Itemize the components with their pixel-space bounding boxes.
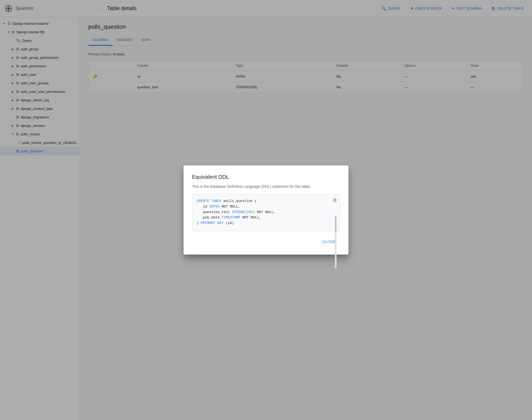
keyword-timestamp: TIMESTAMP	[222, 215, 240, 219]
code-pk-value: (id)	[226, 221, 234, 225]
keyword-int64: INT64	[209, 205, 219, 209]
copy-button[interactable]: ⧉	[332, 196, 338, 204]
code-not-null-2: NOT NULL,	[257, 210, 276, 214]
scroll-track	[335, 215, 336, 269]
copy-icon: ⧉	[333, 197, 336, 203]
modal-dialog: Equivalent DDL This is the Database Defi…	[184, 165, 348, 255]
code-line-4: pub_date TIMESTAMP NOT NULL,	[197, 215, 335, 221]
close-label: CLOSE	[322, 240, 336, 244]
code-line-2: id INT64 NOT NULL,	[197, 204, 335, 210]
code-not-null-3: NOT NULL,	[242, 215, 261, 219]
keyword-string: STRING(	[232, 210, 247, 214]
code-num: 200	[247, 210, 253, 214]
modal-description: This is the Database Definition Language…	[192, 184, 340, 189]
keyword-primary-key: PRIMARY KEY	[201, 221, 224, 225]
code-pub-date: pub_date	[203, 215, 222, 219]
code-close-paren: )	[197, 221, 201, 225]
modal-actions: CLOSE	[192, 238, 340, 246]
keyword-create: CREATE TABLE	[197, 199, 222, 203]
scroll-thumb	[335, 215, 336, 231]
code-not-null-1: NOT NULL,	[222, 205, 240, 209]
code-id: id	[203, 205, 209, 209]
code-table-name: polls_question (	[223, 199, 257, 203]
close-button[interactable]: CLOSE	[318, 238, 340, 246]
modal-title: Equivalent DDL	[192, 174, 340, 180]
code-line-3: question_text STRING(200) NOT NULL,	[197, 210, 335, 215]
ddl-code-block: ⧉ CREATE TABLE polls_question ( id INT64…	[192, 194, 340, 231]
modal-overlay[interactable]: Equivalent DDL This is the Database Defi…	[0, 0, 532, 420]
code-line-5: ) PRIMARY KEY (id)	[197, 221, 335, 226]
code-question-text: question_text	[203, 210, 232, 214]
ddl-code: CREATE TABLE polls_question ( id INT64 N…	[197, 198, 335, 226]
code-line-1: CREATE TABLE polls_question (	[197, 198, 335, 204]
keyword-paren: )	[253, 210, 255, 214]
